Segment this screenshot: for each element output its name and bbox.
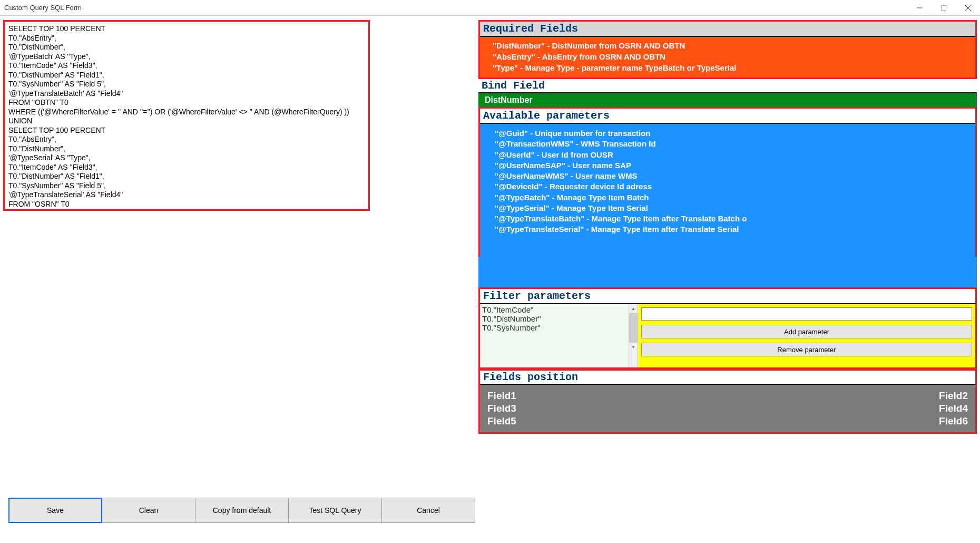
available-param-line: "@TypeBatch" - Manage Type Item Batch (495, 192, 970, 203)
field-slot: Field1 (487, 390, 728, 402)
blue-spacer (478, 257, 977, 287)
fields-position-title: Fields position (480, 371, 975, 385)
clean-button[interactable]: Clean (102, 498, 195, 523)
filter-params-panel: Filter parameters T0."ItemCode" T0."Dist… (478, 287, 977, 369)
available-param-line: "@UserId" - User Id from OUSR (495, 150, 970, 160)
filter-params-list[interactable]: T0."ItemCode" T0."DistNumber" T0."SysNum… (480, 304, 638, 367)
svg-rect-1 (942, 6, 946, 11)
sql-editor-frame (3, 20, 370, 211)
available-param-line: "@TypeTranslateSerial" - Manage Type Ite… (495, 224, 970, 235)
field-slot: Field3 (487, 403, 728, 414)
bind-field-panel: Bind Field DistNumber (478, 79, 977, 107)
bind-field-title: Bind Field (478, 79, 977, 93)
filter-param-item[interactable]: T0."ItemCode" (480, 305, 638, 314)
window-title: Custom Query SQL Form (4, 4, 82, 12)
close-button[interactable] (956, 0, 980, 16)
test-sql-button[interactable]: Test SQL Query (288, 498, 382, 523)
filter-param-item[interactable]: T0."DistNumber" (480, 314, 638, 323)
scroll-down-icon[interactable]: ▼ (629, 343, 638, 352)
maximize-button[interactable] (932, 0, 956, 16)
available-param-line: "@DeviceId" - Requester device Id adress (495, 181, 970, 192)
filter-list-scrollbar[interactable]: ▲ ▼ (629, 304, 638, 367)
available-params-panel: Available parameters "@Guid" - Unique nu… (478, 107, 977, 257)
add-parameter-button[interactable]: Add parameter (641, 325, 972, 338)
button-bar: Save Clean Copy from default Test SQL Qu… (3, 498, 475, 523)
minimize-button[interactable] (907, 0, 932, 16)
required-fields-panel: Required Fields "DistNumber" - DistNumbe… (478, 20, 977, 79)
copy-from-default-button[interactable]: Copy from default (195, 498, 289, 523)
scroll-up-icon[interactable]: ▲ (629, 304, 638, 313)
titlebar: Custom Query SQL Form (0, 0, 980, 16)
bind-field-value: DistNumber (478, 93, 977, 107)
available-param-line: "@UserNameWMS" - User name WMS (495, 171, 970, 181)
filter-params-title: Filter parameters (480, 289, 975, 304)
fields-position-panel: Fields position Field1 Field2 Field3 Fie… (478, 369, 977, 434)
available-param-line: "@UserNameSAP" - User name SAP (495, 160, 970, 171)
available-params-title: Available parameters (480, 109, 975, 124)
field-slot: Field4 (728, 403, 968, 414)
required-field-line: "DistNumber" - DistNumber from OSRN AND … (493, 40, 970, 51)
save-button[interactable]: Save (8, 498, 102, 523)
field-slot: Field2 (728, 390, 968, 402)
scroll-thumb[interactable] (629, 313, 638, 343)
filter-param-item[interactable]: T0."SysNumber" (480, 323, 638, 332)
sql-editor[interactable] (5, 22, 368, 209)
required-field-line: "AbsEntry" - AbsEntry from OSRN AND OBTN (493, 51, 970, 62)
available-param-line: "@TypeSerial" - Manage Type Item Serial (495, 203, 970, 214)
field-slot: Field6 (728, 415, 968, 427)
available-param-line: "@TransactionWMS" - WMS Transaction Id (495, 139, 970, 149)
field-slot: Field5 (487, 415, 728, 427)
filter-param-input[interactable] (641, 307, 972, 321)
cancel-button[interactable]: Cancel (381, 498, 475, 523)
required-field-line: "Type" - Manage Type - parameter name Ty… (493, 62, 970, 73)
remove-parameter-button[interactable]: Remove parameter (641, 343, 972, 356)
available-param-line: "@TypeTranslateBatch" - Manage Type Item… (495, 214, 970, 224)
available-param-line: "@Guid" - Unique number for transaction (495, 128, 970, 139)
required-fields-title: Required Fields (480, 22, 975, 37)
